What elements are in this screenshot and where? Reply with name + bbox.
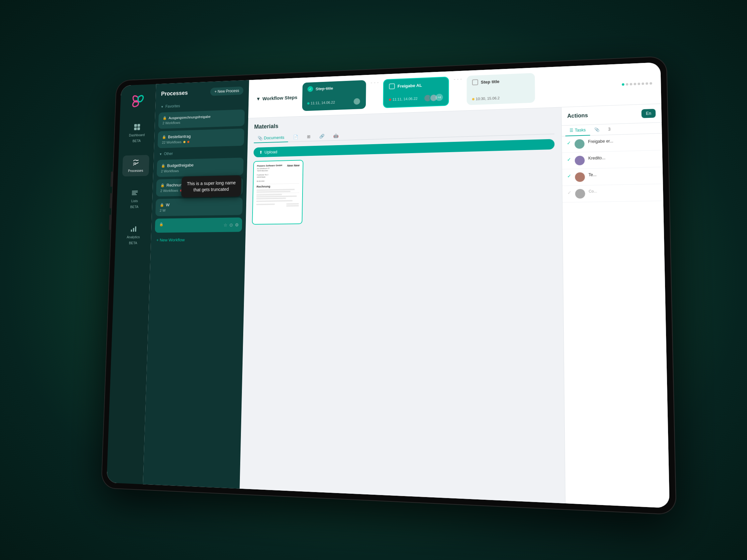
step1-check: ✓	[308, 86, 313, 92]
task-item-2[interactable]: ✓ Kredito...	[562, 150, 663, 169]
actions-en-button[interactable]: En	[641, 109, 656, 118]
actions-title: Actions	[567, 112, 588, 119]
tablet-side-buttons	[109, 171, 113, 230]
svg-rect-8	[131, 230, 132, 232]
svg-rect-3	[137, 127, 140, 130]
tab-link[interactable]: 🔗	[315, 132, 329, 141]
dot-2	[626, 83, 628, 85]
process-item-superlong[interactable]: 🔒 ☆ ⊙ ⚙	[155, 217, 242, 233]
materials-section: Materials 📎 Documents 📄 ⊞	[239, 107, 565, 503]
sidebar-item-dashboard[interactable]: Dashboard BETA	[123, 119, 151, 146]
share-icon[interactable]: ⊙	[229, 222, 233, 227]
star-icon[interactable]: ☆	[224, 222, 228, 228]
clip-icon: 📎	[594, 127, 599, 132]
document-thumbnail[interactable]: New New Flowers Software GmbH Am Erlenbu…	[252, 160, 303, 225]
dot-3	[630, 83, 633, 85]
process-item-actions: ☆ ⊙ ⚙	[224, 222, 239, 228]
sidebar-item-lists[interactable]: Lists BETA	[121, 185, 148, 212]
processes-label: Processes	[128, 169, 143, 173]
process-item-bestell[interactable]: 🔒 Bestellantrag 22 Workflows	[158, 129, 244, 148]
lock-icon-ausgangs: 🔒	[162, 116, 167, 120]
svg-rect-0	[134, 124, 137, 127]
task2-check-icon: ✓	[567, 157, 571, 162]
number-icon: 3	[608, 127, 610, 132]
section-other: ▼ Other	[154, 147, 248, 159]
tooltip-text: This is a super long namethat gets trunc…	[187, 180, 236, 192]
doc-address-to: Frankfurter Tor 210243 Berlin	[257, 173, 300, 179]
step1-dot	[307, 102, 310, 105]
tab-robot[interactable]: 🤖	[330, 131, 342, 141]
step-card-1[interactable]: ✓ Step title 11:11, 14.06.22	[302, 80, 366, 111]
process-item-ausgangs[interactable]: 🔒 Ausgangsrechnungsfreigabe 2 Workflows	[158, 110, 245, 129]
dashboard-beta: BETA	[133, 139, 141, 143]
process-meta-budget: 2 Workflows	[161, 167, 239, 173]
doc-logo: New New	[287, 164, 300, 167]
task3-text: Te...	[588, 172, 597, 178]
task4-check-icon: ✓	[567, 190, 572, 195]
svg-rect-10	[135, 226, 136, 232]
app-logo	[130, 90, 146, 108]
sidebar-item-analytics[interactable]: Analytics BETA	[120, 221, 147, 248]
sidebar-item-processes[interactable]: Processes	[122, 155, 150, 177]
process-name-w: 🔒 W	[160, 202, 238, 207]
favorites-label: Favorites	[165, 104, 180, 109]
tooltip-bubble: This is a super long namethat gets trunc…	[181, 176, 241, 198]
analytics-beta: BETA	[129, 241, 137, 245]
robot-icon: 🤖	[333, 133, 338, 138]
actions-header: Actions En	[561, 104, 661, 126]
process-name-budget: 🔒 Budgetfreigabe	[161, 161, 239, 168]
settings-icon[interactable]: ⚙	[235, 222, 239, 227]
tablet-button-volume2[interactable]	[110, 193, 112, 208]
processes-panel: Processes + New Process ▼ Favorites 🔒 Au…	[143, 80, 249, 488]
step3-title: Step title	[481, 79, 499, 85]
step3-checkbox	[472, 79, 478, 85]
step3-dot	[472, 98, 474, 100]
new-workflow-button[interactable]: + New Workflow	[151, 233, 246, 246]
doc-date: 08.08.2022	[257, 180, 299, 182]
step2-meta: 11:11, 14.06.22 +4	[389, 94, 443, 103]
tablet-button-volume[interactable]	[110, 171, 112, 187]
tablet-button-power[interactable]	[109, 215, 111, 231]
step1-meta: 11:11, 14.06.22	[307, 98, 361, 107]
task3-avatar	[575, 172, 585, 182]
dot-4	[634, 83, 636, 85]
step-connector-1: - - -	[370, 80, 379, 109]
svg-rect-1	[137, 124, 140, 127]
dot-1	[622, 83, 624, 85]
analytics-icon	[129, 224, 138, 233]
tab-grid[interactable]: ⊞	[303, 132, 314, 142]
step-card-3[interactable]: Step title 10:30, 15.06.2	[467, 73, 535, 105]
lock-icon-budget: 🔒	[161, 164, 165, 168]
lock-icon-rechnungs: 🔒	[161, 183, 165, 187]
step-card-2[interactable]: Freigabe AL 11:11, 14.06.22 +4	[383, 77, 449, 108]
tab-documents[interactable]: 📎 Documents	[254, 133, 288, 143]
process-item-w[interactable]: This is a super long namethat gets trunc…	[155, 197, 242, 216]
svg-rect-2	[134, 128, 137, 131]
tab-files[interactable]: 📄	[289, 133, 302, 142]
task1-text: Freigabe er...	[588, 138, 613, 144]
link-icon: 🔗	[319, 134, 324, 139]
task-item-3[interactable]: ✓ Te...	[562, 167, 663, 186]
new-process-button[interactable]: + New Process	[210, 86, 243, 96]
other-label: Other	[164, 152, 173, 156]
task-item-4[interactable]: ✓ Co...	[562, 184, 663, 203]
lists-label: Lists	[131, 199, 138, 203]
tab-tasks[interactable]: ☰ Tasks	[565, 125, 590, 136]
tab-clip[interactable]: 📎	[590, 125, 604, 136]
process-meta-bestell: 22 Workflows	[162, 138, 240, 144]
dot-yellow-bestell	[183, 141, 185, 143]
main-content: ▼ Workflow Steps ✓ Step title 11:1	[239, 62, 669, 508]
dashboard-icon	[133, 123, 141, 132]
step-connector-2: - - -	[454, 76, 462, 106]
step3-meta: 10:30, 15.06.2	[472, 95, 530, 101]
task3-check-icon: ✓	[567, 173, 571, 179]
process-item-budget[interactable]: 🔒 Budgetfreigabe 2 Workflows	[157, 158, 243, 177]
tablet-device: Dashboard BETA Processes	[101, 56, 677, 515]
actions-section: Actions En ☰ Tasks 📎 3	[561, 104, 669, 508]
task2-avatar	[575, 156, 585, 165]
tasks-icon: ☰	[569, 128, 573, 133]
analytics-label: Analytics	[127, 235, 140, 239]
task-item-1[interactable]: ✓ Freigabe er...	[562, 134, 662, 153]
tab-number[interactable]: 3	[604, 124, 615, 135]
processes-title: Processes	[161, 89, 188, 97]
